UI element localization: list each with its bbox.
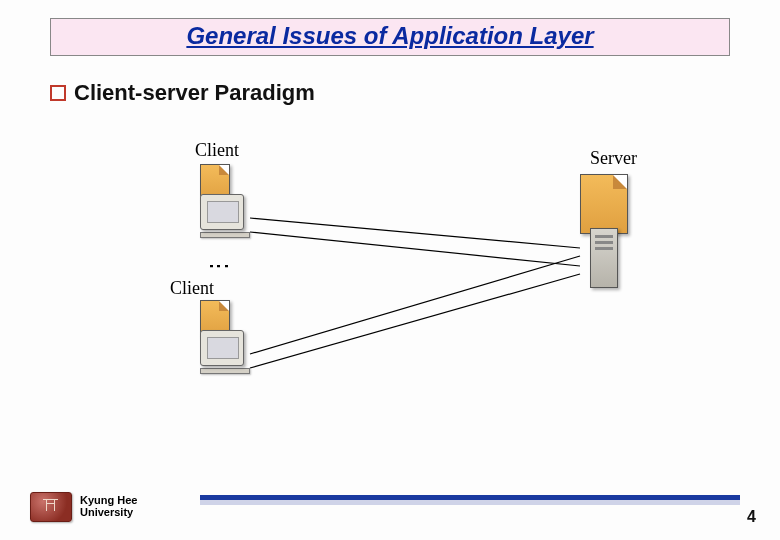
footer-divider-shadow <box>200 500 740 505</box>
svg-line-1 <box>250 232 580 266</box>
diagram: Client ⋮ Client Server <box>80 140 680 440</box>
university-name: Kyung Hee University <box>80 495 137 518</box>
university-name-line2: University <box>80 507 137 519</box>
slide: General Issues of Application Layer Clie… <box>0 0 780 540</box>
bullet-row: Client-server Paradigm <box>50 80 315 106</box>
svg-line-0 <box>250 218 580 248</box>
bullet-icon <box>50 85 66 101</box>
page-number: 4 <box>747 508 756 526</box>
svg-line-3 <box>250 274 580 368</box>
bullet-text: Client-server Paradigm <box>74 80 315 106</box>
footer-logo: Kyung Hee University <box>30 492 137 522</box>
title-bar: General Issues of Application Layer <box>50 18 730 56</box>
connection-lines <box>80 140 680 440</box>
slide-title: General Issues of Application Layer <box>186 22 593 49</box>
svg-line-2 <box>250 256 580 354</box>
university-crest-icon <box>30 492 72 522</box>
